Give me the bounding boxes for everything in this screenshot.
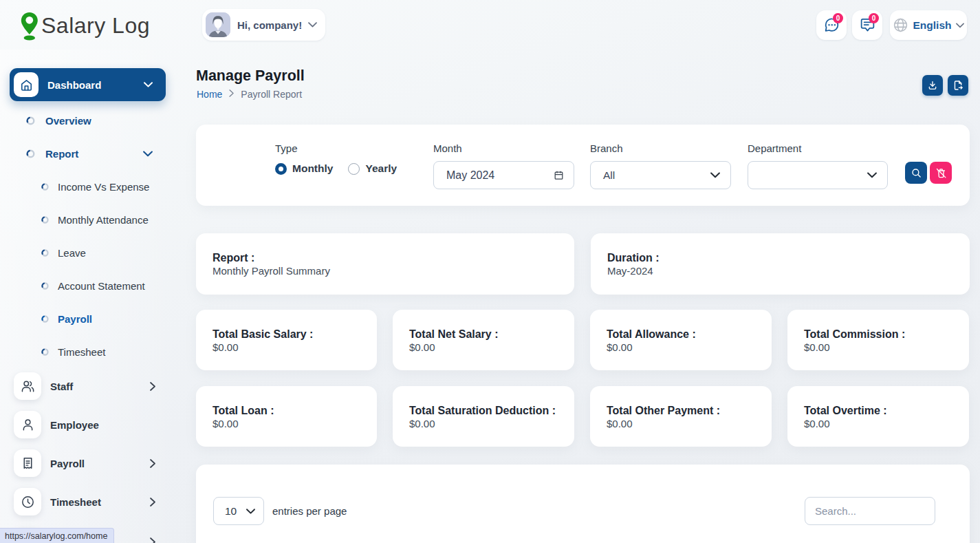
chevron-down-icon xyxy=(308,22,317,28)
download-button[interactable] xyxy=(922,75,943,96)
chat-button[interactable]: 0 xyxy=(816,10,847,40)
chevron-down-icon xyxy=(246,509,255,514)
report-label: Report : xyxy=(213,252,254,264)
chevron-down-icon xyxy=(867,162,877,189)
sidebar-item-timesheet[interactable]: Timesheet xyxy=(14,488,162,515)
location-pin-icon xyxy=(20,10,41,41)
reset-filter-button[interactable] xyxy=(930,162,952,184)
stat-label: Total Commission : xyxy=(804,328,905,341)
stat-value: $0.00 xyxy=(409,341,435,353)
stat-label: Total Basic Salary : xyxy=(213,328,313,341)
calendar-icon xyxy=(554,170,564,180)
stat-label: Total Other Payment : xyxy=(607,405,720,417)
branch-value: All xyxy=(603,169,615,182)
stat-card-other-payment: Total Other Payment : $0.00 xyxy=(590,386,772,447)
stat-value: $0.00 xyxy=(213,341,239,353)
sidebar-item-income-vs-expense[interactable]: Income Vs Expense xyxy=(0,178,175,195)
export-button[interactable] xyxy=(948,75,968,96)
stat-label: Total Overtime : xyxy=(804,405,887,417)
ring-icon xyxy=(41,348,49,356)
payroll-receipt-icon xyxy=(14,449,41,477)
stat-card-basic-salary: Total Basic Salary : $0.00 xyxy=(196,310,377,370)
branch-label: Branch xyxy=(590,142,623,154)
month-label: Month xyxy=(433,142,462,154)
chevron-right-icon xyxy=(229,89,234,99)
type-radio-group: Monthly Yearly xyxy=(275,162,412,175)
sidebar-item-payroll-report[interactable]: Payroll xyxy=(0,310,175,327)
messages-button[interactable]: 0 xyxy=(852,10,882,40)
sidebar-item-report[interactable]: Report xyxy=(0,145,175,162)
sidebar-item-label: Monthly Attendance xyxy=(58,214,149,226)
ring-icon xyxy=(26,116,35,125)
stat-card-saturation-deduction: Total Saturation Deduction : $0.00 xyxy=(393,386,574,447)
staff-users-icon xyxy=(14,372,41,400)
language-selector[interactable]: English xyxy=(890,10,967,40)
monthly-radio[interactable] xyxy=(275,163,287,175)
file-export-icon xyxy=(952,80,963,91)
type-label: Type xyxy=(275,142,298,154)
messages-badge: 0 xyxy=(869,13,879,23)
stat-value: $0.00 xyxy=(804,418,830,429)
sidebar-item-dashboard[interactable]: Dashboard xyxy=(10,68,166,101)
department-label: Department xyxy=(748,142,801,154)
sidebar-item-label: Overview xyxy=(45,115,175,127)
yearly-radio[interactable] xyxy=(348,163,360,175)
sidebar-item-monthly-attendance[interactable]: Monthly Attendance xyxy=(0,211,175,228)
home-icon xyxy=(14,72,39,97)
stat-card-loan: Total Loan : $0.00 xyxy=(196,386,377,447)
month-input[interactable]: May 2024 xyxy=(433,161,574,189)
sidebar-item-label: Payroll xyxy=(50,458,150,469)
avatar xyxy=(206,12,230,37)
browser-status-url: https://salarylog.com/home xyxy=(0,528,114,543)
user-menu[interactable]: Hi, company! xyxy=(202,9,325,41)
search-button[interactable] xyxy=(905,162,927,184)
chevron-right-icon xyxy=(150,498,155,507)
ring-icon xyxy=(41,315,49,323)
brand-logo[interactable]: Salary Log xyxy=(20,10,150,41)
branch-select[interactable]: All xyxy=(590,161,731,189)
ring-icon xyxy=(41,282,49,290)
sidebar-item-label: Income Vs Expense xyxy=(58,181,149,193)
table-search-input[interactable] xyxy=(805,497,935,525)
stat-value: $0.00 xyxy=(409,418,435,429)
chevron-down-icon xyxy=(956,23,964,28)
sidebar-item-overview[interactable]: Overview xyxy=(0,112,175,129)
ring-icon xyxy=(41,249,49,257)
entries-per-page-label: entries per page xyxy=(272,505,347,517)
search-icon xyxy=(911,167,922,179)
sidebar-item-employee[interactable]: Employee xyxy=(14,411,162,438)
sidebar-item-label: Dashboard xyxy=(47,79,144,91)
sidebar-item-timesheet-report[interactable]: Timesheet xyxy=(0,343,175,360)
department-select[interactable] xyxy=(748,161,888,189)
stat-label: Total Saturation Deduction : xyxy=(409,405,556,417)
sidebar-item-payroll[interactable]: Payroll xyxy=(14,449,162,477)
breadcrumb: Home Payroll Report xyxy=(197,89,302,100)
month-value: May 2024 xyxy=(446,169,494,182)
clock-icon xyxy=(14,488,41,515)
duration-value: May-2024 xyxy=(607,265,653,277)
sidebar-item-label: Staff xyxy=(50,381,150,392)
stat-card-allowance: Total Allowance : $0.00 xyxy=(590,310,772,370)
globe-icon xyxy=(893,17,908,33)
ring-icon xyxy=(26,149,35,158)
yearly-radio-label[interactable]: Yearly xyxy=(365,162,397,175)
page-title: Manage Payroll xyxy=(196,67,305,85)
stat-label: Total Loan : xyxy=(213,405,274,417)
sidebar-item-label: Timesheet xyxy=(58,346,105,358)
stat-value: $0.00 xyxy=(607,418,633,429)
employee-user-icon xyxy=(14,411,41,438)
duration-card: Duration : May-2024 xyxy=(591,233,970,295)
page-size-select[interactable]: 10 xyxy=(213,497,264,525)
sidebar-item-account-statement[interactable]: Account Statement xyxy=(0,277,175,294)
sidebar-item-leave[interactable]: Leave xyxy=(0,244,175,261)
monthly-radio-label[interactable]: Monthly xyxy=(292,162,333,175)
language-label: English xyxy=(913,19,952,32)
sidebar: Dashboard Overview Report xyxy=(0,50,175,543)
stat-value: $0.00 xyxy=(213,418,239,429)
stat-card-commission: Total Commission : $0.00 xyxy=(787,310,969,370)
stat-card-overtime: Total Overtime : $0.00 xyxy=(787,386,969,447)
sidebar-item-staff[interactable]: Staff xyxy=(14,372,162,400)
chevron-down-icon xyxy=(710,162,720,189)
chevron-right-icon xyxy=(150,459,155,468)
breadcrumb-home-link[interactable]: Home xyxy=(197,89,222,100)
